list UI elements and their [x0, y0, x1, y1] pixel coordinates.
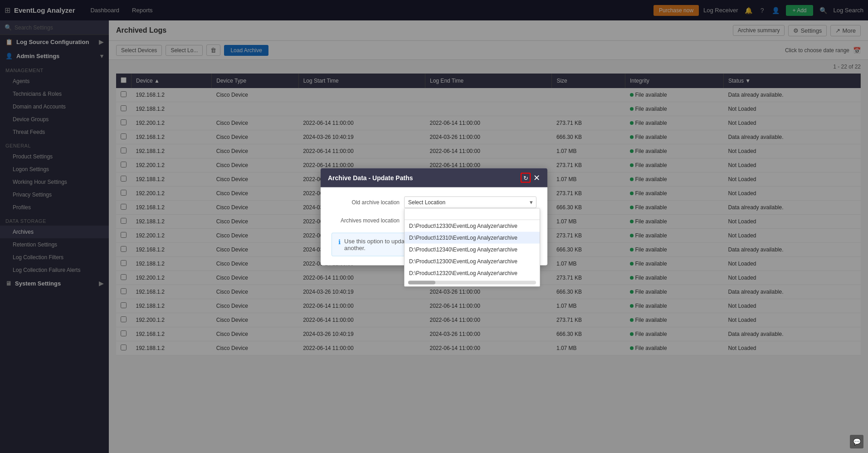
archive-update-modal: Archive Data - Update Paths ↻ ✕ Old arch…: [321, 168, 547, 266]
modal-header: Archive Data - Update Paths ↻ ✕: [321, 168, 547, 187]
dropdown-item[interactable]: D:\Product\12310\EventLog Analyzer\archi…: [405, 232, 540, 244]
dropdown-scrollbar: [405, 279, 540, 286]
modal-close-button[interactable]: ✕: [533, 174, 540, 182]
modal-reload-button[interactable]: ↻: [521, 173, 531, 183]
dropdown-item[interactable]: D:\Product\12340\EventLog Analyzer\archi…: [405, 244, 540, 256]
dropdown-search-input[interactable]: [405, 209, 540, 220]
dropdown-item[interactable]: D:\Product\12320\EventLog Analyzer\archi…: [405, 267, 540, 279]
select-location-button[interactable]: Select Location: [404, 197, 536, 208]
modal-body: Old archive location Select Location ▾ D…: [321, 187, 547, 266]
scrollbar-thumb[interactable]: [408, 281, 435, 285]
chat-icon[interactable]: 💬: [850, 435, 863, 448]
modal-title: Archive Data - Update Paths: [328, 174, 413, 182]
dropdown-item[interactable]: D:\Product\12300\EventLog Analyzer\archi…: [405, 256, 540, 267]
old-archive-label: Old archive location: [332, 197, 400, 206]
old-archive-row: Old archive location Select Location ▾ D…: [332, 197, 536, 208]
location-dropdown-menu: D:\Product\12330\EventLog Analyzer\archi…: [404, 208, 540, 287]
archives-moved-label: Archives moved location: [332, 215, 400, 224]
dropdown-item[interactable]: D:\Product\12330\EventLog Analyzer\archi…: [405, 220, 540, 232]
info-icon: ℹ: [338, 238, 341, 246]
modal-header-actions: ↻ ✕: [521, 173, 540, 183]
scrollbar-track: [408, 281, 536, 285]
old-archive-dropdown-wrap: Select Location ▾ D:\Product\12330\Event…: [404, 197, 536, 208]
